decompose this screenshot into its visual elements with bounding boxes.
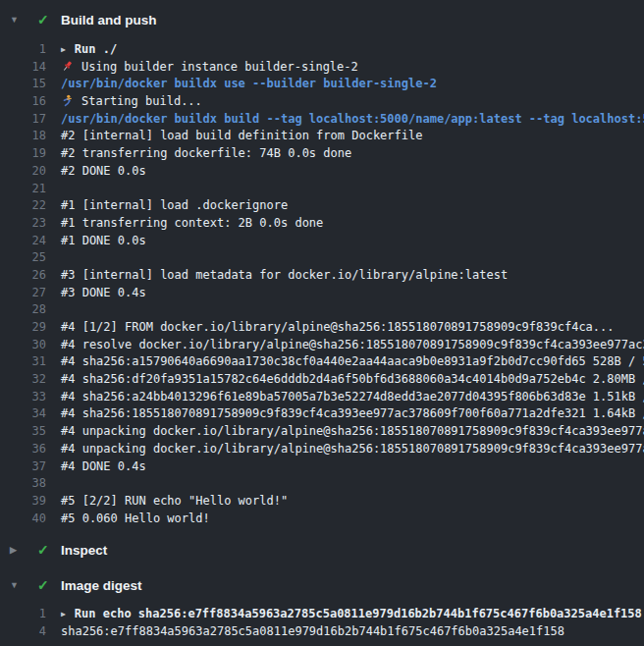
- log-line: 1▶Run ./: [0, 41, 644, 59]
- line-number[interactable]: 26: [0, 267, 46, 285]
- log-line: 34#4 sha256:185518070891758909c9f839cf4c…: [0, 405, 644, 423]
- log-text-content: #3 DONE 0.4s: [61, 286, 146, 299]
- section-header-image-digest[interactable]: ▼ ✓ Image digest: [0, 575, 644, 595]
- log-line: 39#5 [2/2] RUN echo "Hello world!": [0, 493, 644, 511]
- line-number[interactable]: 17: [0, 111, 46, 129]
- chevron-down-icon[interactable]: ▼: [10, 580, 37, 590]
- log-text: /usr/bin/docker buildx use --builder bui…: [61, 76, 437, 93]
- line-number[interactable]: 20: [0, 163, 46, 181]
- log-text-content: /usr/bin/docker buildx build --tag local…: [61, 112, 644, 126]
- log-text-content: #1 DONE 0.0s: [61, 234, 146, 247]
- log-text: #4 unpacking docker.io/library/alpine@sh…: [61, 423, 644, 441]
- log-line: 23#1 transferring context: 2B 0.0s done: [0, 215, 644, 233]
- line-number[interactable]: 25: [0, 249, 46, 267]
- log-text-content: sha256:e7ff8834a5963a2785c5a0811e979d16b…: [61, 624, 564, 638]
- log-text-content: #4 sha256:185518070891758909c9f839cf4ca3…: [61, 406, 644, 420]
- log-text-content: #4 sha256:a24bb4013296f61e89ba57005a7b3e…: [61, 390, 644, 404]
- line-number[interactable]: 1: [0, 41, 46, 59]
- log-text: #4 sha256:df20fa9351a15782c64e6dddb2d4a6…: [61, 371, 644, 389]
- log-text: Starting build...: [61, 93, 202, 111]
- command-group-line[interactable]: ▶Run echo sha256:e7ff8834a5963a2785c5a08…: [61, 606, 642, 623]
- log-text-content: #1 transferring context: 2B 0.0s done: [61, 216, 323, 230]
- line-number[interactable]: 16: [0, 93, 46, 111]
- log-text-content: #3 [internal] load metadata for docker.i…: [61, 268, 508, 282]
- log-text-content: #4 sha256:a15790640a6690aa1730c38cf0a440…: [61, 354, 644, 368]
- log-text: #4 DONE 0.4s: [61, 458, 146, 476]
- section-header-inspect[interactable]: ▶ ✓ Inspect: [0, 540, 644, 560]
- log-text-content: #4 resolve docker.io/library/alpine@sha2…: [61, 338, 644, 351]
- log-text-content: #4 unpacking docker.io/library/alpine@sh…: [61, 424, 644, 438]
- check-icon: ✓: [37, 12, 61, 27]
- line-number[interactable]: 4: [0, 623, 46, 641]
- log-text-content: #2 DONE 0.0s: [61, 164, 146, 178]
- play-icon[interactable]: ▶: [61, 41, 66, 59]
- log-line: 22#1 [internal] load .dockerignore: [0, 197, 644, 215]
- log-text-content: #2 [internal] load build definition from…: [61, 129, 422, 142]
- check-icon: ✓: [37, 542, 61, 558]
- log-line: 37#4 DONE 0.4s: [0, 458, 644, 476]
- line-number[interactable]: 27: [0, 285, 46, 302]
- log-text: #5 [2/2] RUN echo "Hello world!": [61, 493, 288, 511]
- line-number[interactable]: 28: [0, 301, 46, 319]
- line-number[interactable]: 40: [0, 511, 46, 528]
- log-line: 28: [0, 301, 644, 319]
- log-text-content: /usr/bin/docker buildx use --builder bui…: [61, 77, 437, 90]
- pushpin-icon: [61, 60, 74, 73]
- line-number[interactable]: 38: [0, 475, 46, 493]
- log-line: 40#5 0.060 Hello world!: [0, 511, 644, 528]
- line-number[interactable]: 35: [0, 423, 46, 441]
- line-number[interactable]: 14: [0, 59, 46, 77]
- log-text-content: #4 [1/2] FROM docker.io/library/alpine@s…: [61, 320, 615, 334]
- line-number[interactable]: 32: [0, 371, 46, 389]
- line-number[interactable]: 1: [0, 606, 46, 623]
- line-number[interactable]: 21: [0, 181, 46, 198]
- log-text-content: #5 [2/2] RUN echo "Hello world!": [61, 494, 288, 508]
- log-line: 29#4 [1/2] FROM docker.io/library/alpine…: [0, 319, 644, 337]
- log-text: #4 unpacking docker.io/library/alpine@sh…: [61, 441, 644, 458]
- log-text: Using builder instance builder-single-2: [61, 59, 358, 77]
- line-number[interactable]: 29: [0, 319, 46, 337]
- log-text: #1 transferring context: 2B 0.0s done: [61, 215, 323, 233]
- chevron-right-icon[interactable]: ▶: [10, 545, 37, 555]
- line-number[interactable]: 37: [0, 458, 46, 476]
- log-text: #4 sha256:a15790640a6690aa1730c38cf0a440…: [61, 353, 644, 371]
- log-line: 27#3 DONE 0.4s: [0, 285, 644, 302]
- line-number[interactable]: 15: [0, 76, 46, 93]
- section-title: Build and push: [61, 13, 157, 27]
- line-number[interactable]: 18: [0, 128, 46, 145]
- log-line: 36#4 unpacking docker.io/library/alpine@…: [0, 441, 644, 458]
- log-text: #3 [internal] load metadata for docker.i…: [61, 267, 508, 285]
- log-text-content: #4 unpacking docker.io/library/alpine@sh…: [61, 442, 644, 456]
- log-text: sha256:e7ff8834a5963a2785c5a0811e979d16b…: [61, 623, 564, 641]
- line-number[interactable]: 39: [0, 493, 46, 511]
- log-text: #4 sha256:185518070891758909c9f839cf4ca3…: [61, 405, 644, 423]
- play-icon[interactable]: ▶: [61, 606, 66, 623]
- log-text: #5 0.060 Hello world!: [61, 511, 210, 528]
- line-number[interactable]: 33: [0, 389, 46, 406]
- log-line: 16Starting build...: [0, 93, 644, 111]
- section-title: Image digest: [61, 578, 142, 593]
- line-number[interactable]: 30: [0, 337, 46, 354]
- log-text-content: #1 [internal] load .dockerignore: [61, 198, 288, 212]
- section-header-build-and-push[interactable]: ▼ ✓ Build and push: [0, 10, 644, 29]
- line-number[interactable]: 22: [0, 197, 46, 215]
- log-line: 14Using builder instance builder-single-…: [0, 59, 644, 77]
- log-line: 31#4 sha256:a15790640a6690aa1730c38cf0a4…: [0, 353, 644, 371]
- log-text: #4 [1/2] FROM docker.io/library/alpine@s…: [61, 319, 615, 337]
- line-number[interactable]: 36: [0, 441, 46, 458]
- log-line: 15/usr/bin/docker buildx use --builder b…: [0, 76, 644, 93]
- line-number[interactable]: 24: [0, 233, 46, 250]
- chevron-down-icon[interactable]: ▼: [10, 15, 37, 25]
- line-number[interactable]: 34: [0, 405, 46, 423]
- command-group-line[interactable]: ▶Run ./: [61, 41, 117, 59]
- section-title: Inspect: [61, 543, 107, 558]
- log-rows-build-and-push: 1▶Run ./14Using builder instance builder…: [0, 41, 644, 527]
- line-number[interactable]: 19: [0, 145, 46, 163]
- log-line: 18#2 [internal] load build definition fr…: [0, 128, 644, 145]
- line-number[interactable]: 23: [0, 215, 46, 233]
- log-line: 33#4 sha256:a24bb4013296f61e89ba57005a7b…: [0, 389, 644, 406]
- log-text-content: Starting build...: [81, 94, 202, 108]
- line-number[interactable]: 31: [0, 353, 46, 371]
- log-line: 25: [0, 249, 644, 267]
- log-line: 1▶Run echo sha256:e7ff8834a5963a2785c5a0…: [0, 606, 644, 623]
